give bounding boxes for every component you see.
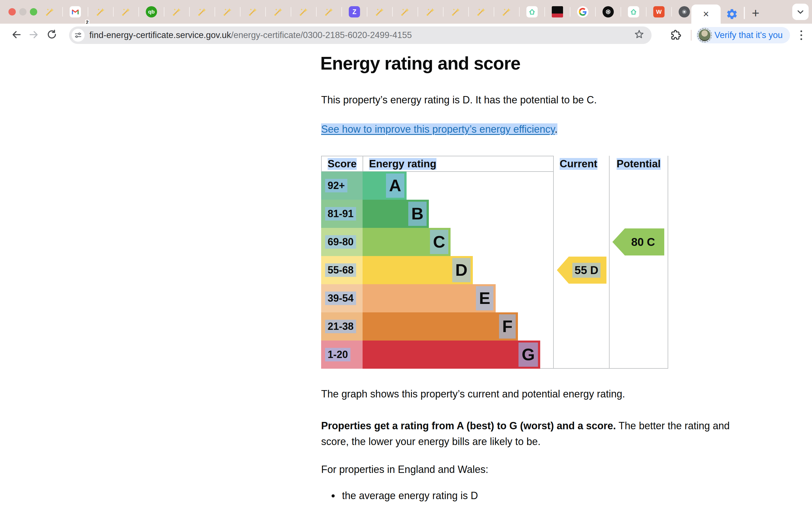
averages-list: the average energy rating is D the avera… xyxy=(340,490,481,507)
sparkle-icon xyxy=(400,7,410,17)
epc-score-cell-e: 39-54 xyxy=(321,284,363,313)
window-controls xyxy=(8,8,37,15)
sparkle-icon xyxy=(121,7,131,17)
settings-tab[interactable] xyxy=(723,6,741,22)
epc-score-cell-f: 21-38 xyxy=(321,313,363,341)
tab-search-button[interactable] xyxy=(792,4,809,20)
sparkle-icon xyxy=(502,7,512,17)
pinned-tab-sparkle[interactable] xyxy=(190,0,214,24)
sparkle-icon xyxy=(222,7,233,17)
back-icon xyxy=(11,29,22,40)
epc-score-label: 55-68 xyxy=(325,263,356,277)
browser-menu-button[interactable] xyxy=(794,26,809,44)
epc-band-bar-a: A xyxy=(363,172,407,200)
link-suffix: . xyxy=(555,123,557,135)
pinned-tab-wise[interactable]: W xyxy=(647,0,671,24)
epc-band-row-b: 81-91B xyxy=(321,200,553,228)
epc-header-current: Current xyxy=(560,158,598,170)
epc-score-label: 1-20 xyxy=(325,348,350,361)
forward-button[interactable] xyxy=(25,25,43,44)
url-text: find-energy-certificate.service.gov.uk/e… xyxy=(89,30,412,40)
epc-band-row-d: 55-68D xyxy=(321,256,553,284)
home-icon xyxy=(628,6,639,17)
kebab-dot xyxy=(801,31,802,32)
potential-rating-arrow: 80 C xyxy=(612,228,664,256)
intro-paragraph: This property’s energy rating is D. It h… xyxy=(321,94,744,106)
profile-chip[interactable]: Verify that it's you xyxy=(696,27,790,43)
site-info-button[interactable] xyxy=(71,29,85,42)
reload-button[interactable] xyxy=(43,25,61,44)
tune-icon xyxy=(74,31,82,40)
pinned-tab-sparkle[interactable] xyxy=(367,0,392,24)
epc-score-cell-a: 92+ xyxy=(321,172,363,200)
epc-score-cell-b: 81-91 xyxy=(321,200,363,228)
window-minimize-button[interactable] xyxy=(19,8,27,15)
back-button[interactable] xyxy=(7,25,26,44)
pinned-tab-sparkle[interactable] xyxy=(266,0,291,24)
pinned-tab-zotero[interactable]: Z xyxy=(342,0,367,24)
current-rating-arrow: 55 D xyxy=(557,257,606,284)
pinned-tab-quickbooks[interactable]: qb xyxy=(139,0,164,24)
epc-score-cell-d: 55-68 xyxy=(321,256,363,284)
sparkle-icon xyxy=(324,7,334,17)
epc-band-letter: D xyxy=(452,258,470,282)
improve-efficiency-link[interactable]: See how to improve this property’s energ… xyxy=(321,123,555,135)
epc-score-label: 92+ xyxy=(325,179,347,192)
tab-close-icon[interactable]: × xyxy=(703,9,709,19)
pinned-tab-openai[interactable] xyxy=(596,0,620,24)
sparkle-icon xyxy=(425,7,436,17)
bookmark-star-button[interactable] xyxy=(633,29,645,40)
profile-verify-label: Verify that it's you xyxy=(714,30,783,40)
pinned-tab-flag[interactable] xyxy=(545,0,570,24)
zotero-icon: Z xyxy=(349,6,360,17)
pinned-tab-sparkle[interactable] xyxy=(444,0,468,24)
epc-divider-current-right xyxy=(609,156,610,369)
pinned-tab-sparkle[interactable] xyxy=(215,0,240,24)
url-bar[interactable]: find-energy-certificate.service.gov.uk/e… xyxy=(69,26,652,44)
pinned-tab-sparkle[interactable] xyxy=(164,0,189,24)
reload-icon xyxy=(46,29,57,40)
extensions-button[interactable] xyxy=(667,26,684,44)
active-tab[interactable]: × xyxy=(691,4,721,24)
chart-caption: The graph shows this property’s current … xyxy=(321,388,744,400)
star-icon xyxy=(633,29,645,40)
page-title: Energy rating and score xyxy=(320,53,520,74)
new-tab-button[interactable]: + xyxy=(747,4,765,22)
pinned-tab-home[interactable] xyxy=(520,0,545,24)
avatar xyxy=(699,29,711,41)
pinned-tab-sparkle[interactable] xyxy=(114,0,139,24)
pinned-tab-gmail[interactable]: 2 xyxy=(63,0,88,24)
kebab-dot xyxy=(801,38,802,40)
chevron-down-icon xyxy=(796,7,805,17)
home-icon xyxy=(526,6,538,17)
pinned-tab-sparkle[interactable] xyxy=(494,0,519,24)
pinned-tab-sparkle[interactable] xyxy=(317,0,342,24)
sparkle-icon xyxy=(476,7,486,17)
window-close-button[interactable] xyxy=(8,8,16,15)
pinned-tab-google[interactable] xyxy=(570,0,595,24)
epc-header-potential: Potential xyxy=(617,158,661,170)
kebab-dot xyxy=(801,34,802,36)
pinned-tab-home[interactable] xyxy=(621,0,646,24)
window-zoom-button[interactable] xyxy=(30,8,37,15)
browser-toolbar: find-energy-certificate.service.gov.uk/e… xyxy=(0,24,812,47)
openai-icon xyxy=(603,6,614,17)
chrome-icon xyxy=(679,6,690,17)
epc-score-cell-g: 1-20 xyxy=(321,341,363,369)
pinned-tab-sparkle[interactable] xyxy=(393,0,417,24)
epc-band-letter: F xyxy=(499,314,516,339)
epc-band-letter: G xyxy=(518,342,538,367)
epc-band-bar-c: C xyxy=(363,228,451,256)
sparkle-icon xyxy=(45,7,55,17)
url-domain: find-energy-certificate.service.gov.uk xyxy=(89,30,231,40)
pinned-tab-sparkle[interactable] xyxy=(418,0,443,24)
epc-band-letter: B xyxy=(408,202,426,226)
pinned-tab-sparkle[interactable] xyxy=(291,0,316,24)
pinned-tab-sparkle[interactable] xyxy=(88,0,113,24)
epc-chart: Score Energy rating Current Potential 92… xyxy=(321,156,668,369)
pinned-tab-sparkle[interactable] xyxy=(241,0,265,24)
ratings-explainer: Properties get a rating from A (best) to… xyxy=(321,418,733,450)
pinned-tab-sparkle[interactable] xyxy=(38,0,62,24)
pinned-tab-sparkle[interactable] xyxy=(469,0,494,24)
epc-border-top xyxy=(321,156,553,156)
